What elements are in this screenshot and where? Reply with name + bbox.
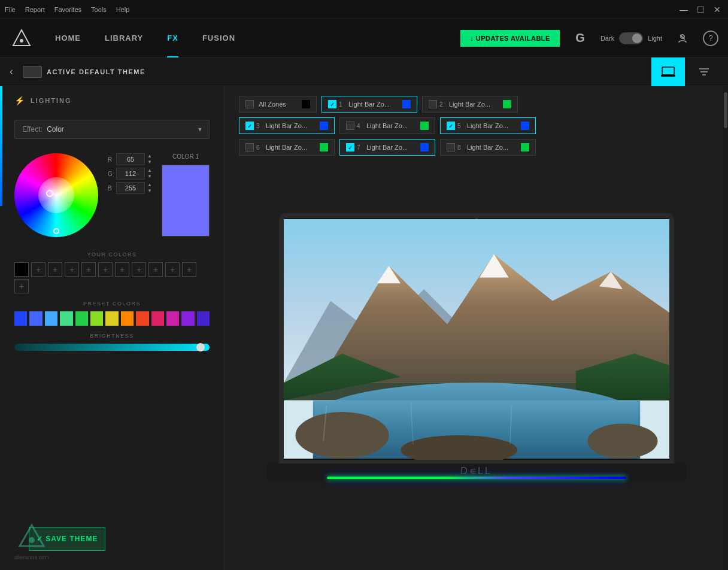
- close-button[interactable]: ✕: [711, 4, 723, 16]
- menu-report[interactable]: Report: [25, 6, 45, 13]
- main-layout: ⚡ LIGHTING Effect: Color ▾: [0, 86, 728, 570]
- filter-button[interactable]: [690, 57, 718, 86]
- r-down-arrow[interactable]: ▼: [147, 159, 152, 165]
- your-color-black[interactable]: [14, 262, 29, 277]
- preset-rose[interactable]: [151, 311, 164, 326]
- preset-skyblue[interactable]: [45, 311, 57, 326]
- brightness-slider[interactable]: [14, 344, 210, 351]
- your-color-add-9[interactable]: +: [165, 262, 180, 277]
- device-icon: [23, 66, 42, 78]
- your-color-add-3[interactable]: +: [65, 262, 79, 277]
- your-color-add-11[interactable]: +: [14, 279, 29, 293]
- zone-item-4[interactable]: 4 Light Bar Zo...: [339, 117, 435, 134]
- preset-pink[interactable]: [166, 311, 179, 326]
- zone-6-checkbox[interactable]: [245, 143, 254, 151]
- your-color-add-2[interactable]: +: [48, 262, 62, 277]
- preset-seafoam[interactable]: [60, 311, 72, 326]
- update-button[interactable]: ↓ UPDATES AVAILABLE: [460, 30, 560, 47]
- menu-help[interactable]: Help: [116, 6, 130, 13]
- zone-all-zones[interactable]: All Zones: [239, 96, 317, 113]
- zone-item-7[interactable]: ✓ 7 Light Bar Zo...: [339, 139, 435, 156]
- zone-item-8[interactable]: 8 Light Bar Zo...: [440, 139, 536, 156]
- preset-orange[interactable]: [121, 311, 134, 326]
- your-color-add-6[interactable]: +: [115, 262, 129, 277]
- your-color-add-1[interactable]: +: [31, 262, 46, 277]
- color-cursor-2: [53, 228, 59, 234]
- zone-item-5[interactable]: ✓ 5 Light Bar Zo...: [440, 117, 536, 134]
- nav-fusion[interactable]: FUSION: [190, 19, 247, 57]
- zone-4-checkbox[interactable]: [346, 122, 354, 130]
- laptop-view-button[interactable]: [651, 57, 685, 86]
- your-color-add-7[interactable]: +: [132, 262, 146, 277]
- menu-file[interactable]: File: [5, 6, 16, 13]
- zone-8-checkbox[interactable]: [447, 143, 455, 151]
- g-down-arrow[interactable]: ▼: [147, 174, 152, 180]
- laptop-preview: D∊LL: [239, 165, 714, 560]
- preset-red[interactable]: [136, 311, 148, 326]
- your-colors-label: YOUR COLORS: [14, 251, 210, 257]
- your-color-add-10[interactable]: +: [182, 262, 196, 277]
- b-input[interactable]: [116, 182, 145, 194]
- g-input[interactable]: [116, 168, 145, 180]
- svg-rect-5: [662, 67, 674, 75]
- nav-fx[interactable]: FX: [155, 19, 190, 57]
- maximize-button[interactable]: ☐: [694, 4, 706, 16]
- preset-violet[interactable]: [181, 311, 194, 326]
- back-button[interactable]: ‹: [10, 65, 13, 78]
- b-up-arrow[interactable]: ▲: [147, 182, 152, 188]
- theme-toggle[interactable]: [619, 32, 643, 44]
- color-preview[interactable]: [162, 165, 210, 237]
- preset-yellow[interactable]: [105, 311, 118, 326]
- b-label: B: [108, 185, 114, 192]
- minimize-button[interactable]: —: [678, 4, 690, 16]
- g-icon-button[interactable]: G: [569, 28, 591, 49]
- color-wheel[interactable]: [14, 153, 98, 237]
- nav-home[interactable]: HOME: [43, 19, 93, 57]
- sub-nav: ‹ ACTIVE DEFAULT THEME: [0, 57, 728, 86]
- preset-green[interactable]: [75, 311, 88, 326]
- your-color-add-8[interactable]: +: [148, 262, 163, 277]
- preset-lime[interactable]: [90, 311, 103, 326]
- menu-tools[interactable]: Tools: [91, 6, 107, 13]
- profile-icon[interactable]: [672, 28, 693, 49]
- zone-7-num: 7: [357, 144, 364, 151]
- zone-all-checkbox[interactable]: [245, 100, 254, 108]
- zone-4-label: Light Bar Zo...: [366, 122, 418, 129]
- brightness-thumb[interactable]: [196, 343, 205, 351]
- zone-5-checkbox[interactable]: ✓: [447, 122, 455, 130]
- r-arrows: ▲ ▼: [147, 153, 152, 165]
- help-icon[interactable]: ?: [703, 31, 718, 46]
- r-up-arrow[interactable]: ▲: [147, 153, 152, 159]
- zone-item-3[interactable]: ✓ 3 Light Bar Zo...: [239, 117, 335, 134]
- zone-all-label: All Zones: [259, 101, 297, 108]
- dark-light-toggle[interactable]: Dark Light: [600, 32, 662, 44]
- right-scrollbar[interactable]: [723, 86, 728, 570]
- color-cursor[interactable]: [46, 190, 53, 197]
- scrollbar-thumb[interactable]: [724, 92, 727, 128]
- zone-7-checkbox[interactable]: ✓: [346, 143, 354, 151]
- effect-dropdown[interactable]: Effect: Color ▾: [14, 120, 210, 139]
- g-up-arrow[interactable]: ▲: [147, 168, 152, 174]
- zone-item-2[interactable]: 2 Light Bar Zo...: [422, 96, 518, 113]
- preset-cornflower[interactable]: [29, 311, 42, 326]
- preset-colors-section: PRESET COLORS: [0, 298, 224, 328]
- svg-point-2: [20, 39, 23, 43]
- zone-2-checkbox[interactable]: [429, 100, 437, 108]
- zone-7-label: Light Bar Zo...: [366, 144, 418, 151]
- preset-indigo[interactable]: [197, 311, 210, 326]
- zone-1-num: 1: [339, 101, 346, 108]
- dropdown-chevron-icon: ▾: [198, 125, 202, 134]
- nav-library[interactable]: LIBRARY: [93, 19, 155, 57]
- preset-blue[interactable]: [14, 311, 27, 326]
- your-color-add-5[interactable]: +: [98, 262, 113, 277]
- menu-favorites[interactable]: Favorites: [54, 6, 81, 13]
- zone-item-1[interactable]: ✓ 1 Light Bar Zo...: [321, 96, 417, 113]
- your-color-add-4[interactable]: +: [81, 262, 96, 277]
- laptop-base: D∊LL: [267, 463, 686, 481]
- zone-item-6[interactable]: 6 Light Bar Zo...: [239, 139, 335, 156]
- zone-3-checkbox[interactable]: ✓: [245, 122, 254, 130]
- zone-7-color: [420, 143, 429, 151]
- r-input[interactable]: [116, 153, 145, 165]
- b-down-arrow[interactable]: ▼: [147, 188, 152, 194]
- zone-1-checkbox[interactable]: ✓: [328, 100, 336, 108]
